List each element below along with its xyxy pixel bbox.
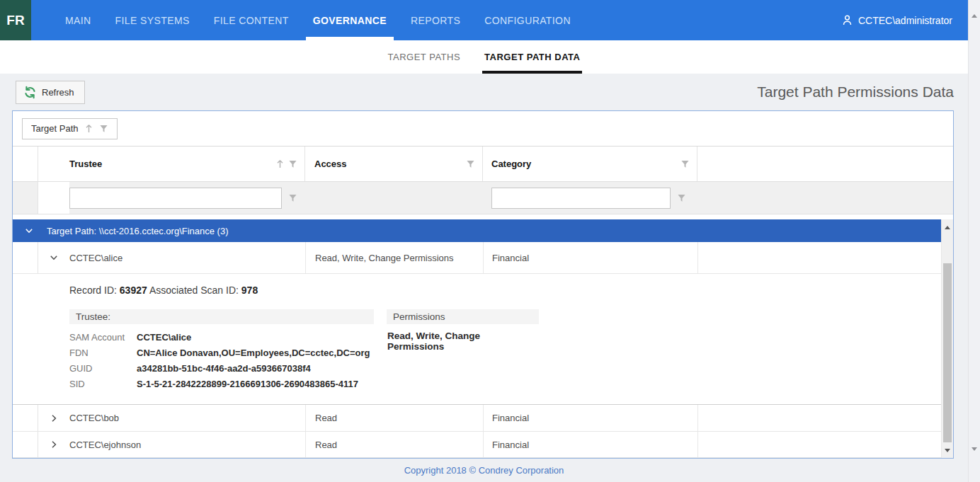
- grid-viewport: Target Path: \\cct-2016.cctec.org\Financ…: [13, 219, 953, 458]
- field-label: SAM Account: [69, 332, 137, 343]
- detail-field-fdn: FDN CN=Alice Donavan,OU=Employees,DC=cct…: [69, 345, 374, 360]
- scroll-down-arrow[interactable]: [969, 443, 980, 454]
- column-header-access[interactable]: Access: [305, 147, 483, 181]
- filter-row: [13, 182, 953, 214]
- filter-funnel-icon[interactable]: [288, 193, 297, 202]
- tab-target-path-data[interactable]: TARGET PATH DATA: [482, 40, 582, 74]
- scrollbar-thumb[interactable]: [943, 263, 952, 442]
- scroll-up-arrow[interactable]: [969, 10, 980, 21]
- grid-vertical-scrollbar[interactable]: [941, 219, 953, 458]
- tab-target-paths[interactable]: TARGET PATHS: [386, 40, 463, 74]
- group-chip-label: Target Path: [31, 123, 79, 134]
- refresh-button[interactable]: Refresh: [16, 81, 85, 104]
- table-row-ejohnson[interactable]: CCTEC\ejohnson Read Financial: [13, 432, 941, 458]
- detail-field-guid: GUID a34281bb-51bc-4f46-aa2d-a593667038f…: [69, 360, 374, 376]
- record-id-label: Record ID:: [69, 285, 117, 296]
- category-filter-input[interactable]: [491, 188, 671, 209]
- cell-empty: [697, 432, 941, 457]
- table-row-bob[interactable]: CCTEC\bob Read Financial: [13, 405, 941, 432]
- cell-category: Financial: [483, 432, 697, 457]
- grid-gap: [13, 214, 953, 219]
- nav-item-governance[interactable]: GOVERNANCE: [313, 0, 387, 40]
- filter-expand-cell: [38, 182, 69, 214]
- nav-item-main[interactable]: MAIN: [65, 0, 91, 40]
- filter-gutter-cell: [13, 182, 38, 214]
- permissions-grid: Target Path Trustee: [12, 110, 954, 459]
- copyright-text: Copyright 2018 © Condrey Corporation: [404, 465, 564, 476]
- detail-field-sam: SAM Account CCTEC\alice: [69, 329, 374, 345]
- filter-funnel-icon[interactable]: [99, 124, 108, 133]
- cell-category: Financial: [483, 405, 697, 431]
- column-header-category[interactable]: Category: [483, 147, 697, 181]
- sub-nav: TARGET PATHS TARGET PATH DATA: [0, 40, 968, 74]
- user-label: CCTEC\administrator: [858, 15, 952, 26]
- scan-id-value: 978: [241, 285, 258, 296]
- cell-access: Read: [305, 405, 483, 431]
- group-chip-target-path[interactable]: Target Path: [22, 118, 118, 139]
- filter-cell-category: [483, 188, 697, 209]
- field-value: CCTEC\alice: [137, 332, 191, 343]
- chevron-down-icon[interactable]: [49, 253, 59, 263]
- filter-funnel-icon[interactable]: [288, 159, 297, 168]
- group-row-label: Target Path: \\cct-2016.cctec.org\Financ…: [47, 226, 229, 236]
- field-label: FDN: [69, 348, 137, 358]
- page-vertical-scrollbar[interactable]: [968, 0, 980, 482]
- nav-item-configuration[interactable]: CONFIGURATION: [484, 0, 571, 40]
- cell-access: Read: [305, 432, 483, 457]
- table-row-alice[interactable]: CCTEC\alice Read, Write, Change Permissi…: [13, 242, 941, 274]
- group-row-target-path[interactable]: Target Path: \\cct-2016.cctec.org\Financ…: [13, 219, 941, 242]
- nav-item-reports[interactable]: REPORTS: [411, 0, 460, 40]
- permissions-value: Read, Write, Change Permissions: [387, 331, 539, 352]
- toolbar: Refresh Target Path Permissions Data: [0, 74, 968, 110]
- chevron-down-icon[interactable]: [24, 226, 34, 236]
- cell-trustee: CCTEC\bob: [69, 405, 305, 431]
- access-header-label: Access: [314, 159, 347, 169]
- footer: Copyright 2018 © Condrey Corporation: [0, 459, 968, 482]
- refresh-icon: [23, 86, 37, 99]
- user-menu[interactable]: CCTEC\administrator: [841, 14, 952, 26]
- record-id-value: 63927: [120, 285, 147, 296]
- page-title: Target Path Permissions Data: [757, 84, 954, 101]
- cell-access: Read, Write, Change Permissions: [305, 242, 483, 273]
- sort-ascending-icon[interactable]: [85, 124, 93, 133]
- trustee-section-title: Trustee:: [69, 309, 374, 324]
- main-menu: MAIN FILE SYSTEMS FILE CONTENT GOVERNANC…: [65, 0, 571, 40]
- cell-empty: [697, 242, 941, 273]
- filter-funnel-icon[interactable]: [677, 193, 686, 202]
- filter-funnel-icon[interactable]: [466, 159, 475, 168]
- nav-item-file-content[interactable]: FILE CONTENT: [214, 0, 289, 40]
- row-gutter-cell: [13, 432, 38, 457]
- cell-category: Financial: [483, 242, 697, 273]
- app-logo[interactable]: FR: [0, 0, 31, 40]
- cell-trustee: CCTEC\ejohnson: [69, 432, 305, 457]
- top-nav-bar: FR MAIN FILE SYSTEMS FILE CONTENT GOVERN…: [0, 0, 968, 40]
- header-expand-cell: [38, 147, 69, 181]
- filter-funnel-icon[interactable]: [680, 159, 690, 168]
- grid-rows: Target Path: \\cct-2016.cctec.org\Financ…: [13, 219, 941, 458]
- permissions-detail-section: Permissions Read, Write, Change Permissi…: [387, 309, 539, 391]
- app-window: FR MAIN FILE SYSTEMS FILE CONTENT GOVERN…: [0, 0, 980, 482]
- cell-trustee: CCTEC\alice: [69, 242, 305, 273]
- category-header-label: Category: [491, 159, 531, 169]
- field-value: a34281bb-51bc-4f46-aa2d-a593667038f4: [137, 363, 311, 374]
- trustee-filter-input[interactable]: [69, 188, 282, 209]
- row-detail-panel: Record ID: 63927 Associated Scan ID: 978…: [13, 274, 941, 405]
- row-gutter-cell: [13, 242, 38, 273]
- field-value: S-1-5-21-2842228899-2166691306-269048386…: [137, 379, 358, 389]
- scan-id-label: Associated Scan ID:: [149, 285, 239, 296]
- cell-empty: [697, 405, 941, 431]
- header-empty-cell: [697, 147, 953, 181]
- permissions-section-title: Permissions: [387, 309, 539, 324]
- nav-item-file-systems[interactable]: FILE SYSTEMS: [115, 0, 190, 40]
- sort-ascending-icon: [276, 159, 284, 168]
- record-id-line: Record ID: 63927 Associated Scan ID: 978: [69, 285, 941, 296]
- group-by-bar: Target Path: [13, 111, 953, 147]
- column-header-trustee[interactable]: Trustee: [69, 147, 305, 181]
- row-gutter-cell: [13, 405, 38, 431]
- chevron-right-icon[interactable]: [49, 413, 59, 423]
- header-gutter-cell: [13, 147, 38, 181]
- chevron-right-icon[interactable]: [49, 440, 59, 449]
- field-value: CN=Alice Donavan,OU=Employees,DC=cctec,D…: [137, 348, 370, 358]
- scroll-down-arrow[interactable]: [942, 444, 953, 456]
- scroll-up-arrow[interactable]: [942, 222, 953, 233]
